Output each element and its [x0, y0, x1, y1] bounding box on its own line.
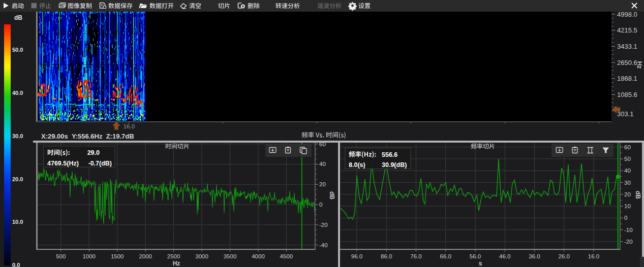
- svg-text:0: 0: [319, 202, 322, 208]
- svg-text:60: 60: [319, 143, 326, 147]
- svg-text:86.0: 86.0: [381, 253, 392, 259]
- svg-text:3500: 3500: [224, 253, 237, 259]
- svg-text:16.0: 16.0: [588, 253, 599, 259]
- svg-text:Hz: Hz: [636, 61, 643, 69]
- svg-text:1000: 1000: [82, 253, 96, 259]
- svg-text:20: 20: [624, 191, 631, 197]
- svg-text:-40: -40: [319, 242, 328, 248]
- svg-text:29.0: 29.0: [87, 149, 100, 156]
- svg-text:60: 60: [624, 144, 631, 150]
- svg-text:40: 40: [624, 168, 631, 174]
- svg-text:-10: -10: [624, 227, 633, 233]
- svg-text:96.0: 96.0: [351, 253, 362, 259]
- svg-text:76.0: 76.0: [410, 253, 421, 259]
- svg-text:20: 20: [319, 181, 326, 187]
- svg-text:56.0: 56.0: [470, 253, 481, 259]
- svg-text:dB: dB: [634, 191, 641, 199]
- svg-text:4998.0: 4998.0: [617, 12, 637, 18]
- svg-text:2650.6: 2650.6: [617, 59, 637, 66]
- svg-text:dB: dB: [328, 191, 335, 199]
- svg-text:40: 40: [319, 161, 326, 167]
- svg-text:4500: 4500: [280, 253, 293, 259]
- svg-text:s: s: [479, 260, 482, 267]
- svg-text:36.0: 36.0: [529, 253, 540, 259]
- svg-text:26.0: 26.0: [559, 253, 570, 259]
- svg-text:4000: 4000: [252, 253, 265, 259]
- svg-text:1868.1: 1868.1: [617, 75, 637, 82]
- svg-text:1500: 1500: [111, 253, 124, 259]
- svg-text:3000: 3000: [195, 253, 208, 259]
- svg-text:556.6: 556.6: [382, 151, 397, 158]
- svg-text:0: 0: [624, 215, 627, 221]
- svg-text:1085.6: 1085.6: [617, 91, 637, 98]
- svg-text:-20: -20: [319, 222, 328, 228]
- svg-text:66.0: 66.0: [440, 253, 451, 259]
- svg-text:3433.1: 3433.1: [617, 43, 637, 50]
- svg-text:8.0(s): 8.0(s): [349, 161, 365, 169]
- svg-text:50: 50: [624, 156, 631, 162]
- svg-text:4769.5(Hz): 4769.5(Hz): [47, 160, 79, 167]
- svg-text:-20: -20: [624, 239, 633, 245]
- svg-text:Hz: Hz: [173, 260, 180, 267]
- svg-text:30.9(dB): 30.9(dB): [382, 161, 407, 169]
- svg-text:-0.7(dB): -0.7(dB): [88, 160, 112, 167]
- svg-text:4215.5: 4215.5: [617, 26, 637, 34]
- svg-text:46.0: 46.0: [499, 253, 510, 259]
- svg-text:10: 10: [624, 203, 631, 209]
- svg-text:500: 500: [56, 253, 66, 259]
- svg-text:2500: 2500: [167, 253, 180, 259]
- svg-text:303.1: 303.1: [617, 110, 634, 118]
- svg-text:X:29.00s Y:556.6Hz Z:19.7dB: X:29.00s Y:556.6Hz Z:19.7dB: [41, 132, 134, 140]
- svg-text:2000: 2000: [139, 253, 152, 259]
- svg-text:16.0: 16.0: [124, 123, 135, 129]
- svg-text:30: 30: [624, 180, 631, 186]
